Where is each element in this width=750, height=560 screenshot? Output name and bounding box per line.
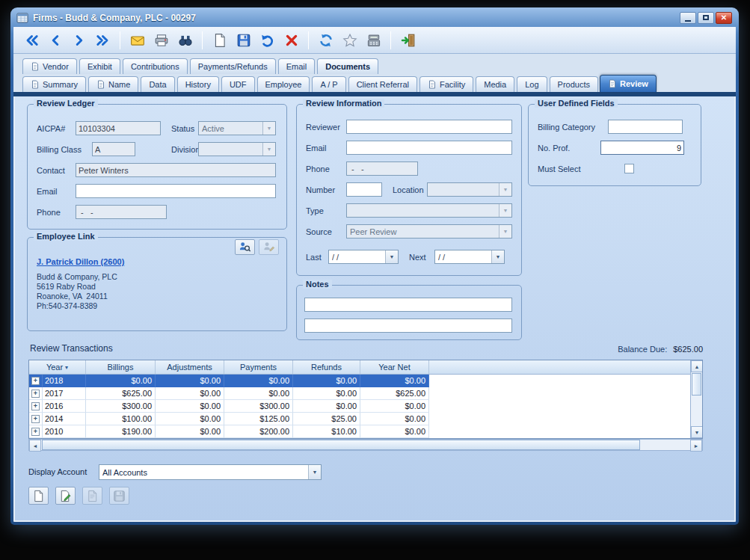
delete-button[interactable] bbox=[280, 29, 303, 51]
hscroll-thumb[interactable] bbox=[42, 440, 640, 450]
table-row-2014[interactable]: +2014$100.00$0.00$125.00$25.00$0.00 bbox=[29, 413, 429, 425]
employee-search-button[interactable] bbox=[235, 239, 255, 255]
table-row-2010[interactable]: +2010$190.00$0.00$200.00$10.00$0.00 bbox=[29, 425, 429, 438]
tab-history[interactable]: History bbox=[177, 76, 219, 92]
undo-button[interactable] bbox=[256, 29, 279, 51]
favorites-button[interactable] bbox=[338, 29, 361, 51]
grid-header-year[interactable]: Year▾ bbox=[29, 360, 86, 374]
nav-next-button[interactable] bbox=[67, 29, 90, 51]
vscroll-thumb[interactable] bbox=[692, 373, 701, 396]
exit-button[interactable] bbox=[396, 29, 419, 51]
find-button[interactable] bbox=[173, 29, 197, 51]
email-button[interactable] bbox=[126, 29, 149, 51]
tab-summary[interactable]: Summary bbox=[22, 76, 86, 92]
tab-data[interactable]: Data bbox=[141, 76, 174, 92]
grid-header-year-net[interactable]: Year Net bbox=[360, 360, 429, 374]
save-transaction-button[interactable] bbox=[109, 487, 129, 505]
info-phone-input[interactable] bbox=[346, 161, 418, 176]
ledger-phone-input[interactable] bbox=[76, 205, 167, 219]
vscroll-track[interactable] bbox=[691, 372, 702, 426]
tab-a-p[interactable]: A / P bbox=[312, 76, 345, 92]
close-button[interactable]: ✕ bbox=[716, 12, 732, 24]
print-button[interactable] bbox=[150, 29, 173, 51]
tab-udf[interactable]: UDF bbox=[221, 76, 255, 92]
row-expander[interactable]: + bbox=[29, 413, 43, 425]
row-expander[interactable]: + bbox=[29, 375, 43, 387]
row-expander[interactable]: + bbox=[29, 400, 43, 413]
last-label: Last bbox=[306, 253, 322, 262]
tab-log[interactable]: Log bbox=[517, 76, 547, 92]
table-row-2016[interactable]: +2016$300.00$0.00$300.00$0.00$0.00 bbox=[29, 400, 429, 413]
grid-header-payments[interactable]: Payments bbox=[224, 360, 293, 374]
source-value: Peer Review bbox=[350, 227, 499, 236]
contact-input[interactable] bbox=[76, 163, 276, 177]
info-email-label: Email bbox=[306, 144, 327, 153]
tab-documents[interactable]: Documents bbox=[317, 58, 378, 74]
tab-employee[interactable]: Employee bbox=[257, 76, 310, 92]
cell-year: 2010 bbox=[43, 425, 86, 438]
chevron-down-icon: ▼ bbox=[385, 250, 398, 263]
ledger-email-input[interactable] bbox=[76, 184, 276, 198]
notes-line1-input[interactable] bbox=[304, 298, 512, 312]
grid-header-adjustments[interactable]: Adjustments bbox=[156, 360, 224, 374]
column-header-label: Year Net bbox=[378, 363, 410, 372]
type-dropdown[interactable]: ▼ bbox=[346, 203, 512, 218]
grid-body: +2018$0.00$0.00$0.00$0.00$0.00+2017$625.… bbox=[29, 375, 690, 438]
tab-products[interactable]: Products bbox=[550, 76, 598, 92]
nav-previous-button[interactable] bbox=[43, 29, 67, 51]
maximize-button[interactable] bbox=[698, 12, 714, 24]
reviewer-input[interactable] bbox=[346, 120, 512, 134]
source-dropdown[interactable]: Peer Review ▼ bbox=[346, 224, 512, 239]
last-date-picker[interactable]: / / ▼ bbox=[328, 250, 399, 264]
horizontal-scrollbar[interactable]: ◄ ► bbox=[28, 439, 703, 451]
info-email-input[interactable] bbox=[346, 141, 512, 155]
tab-media[interactable]: Media bbox=[476, 76, 514, 92]
display-account-dropdown[interactable]: All Accounts ▼ bbox=[99, 464, 322, 480]
employee-edit-button[interactable] bbox=[259, 239, 279, 255]
grid-header-refunds[interactable]: Refunds bbox=[293, 360, 360, 374]
tab-client-referral[interactable]: Client Referral bbox=[348, 76, 417, 92]
tab-name[interactable]: Name bbox=[88, 76, 138, 92]
display-account-value: All Accounts bbox=[102, 468, 308, 477]
nav-last-button[interactable] bbox=[91, 29, 114, 51]
scroll-down-button[interactable]: ▼ bbox=[691, 426, 703, 438]
scroll-right-button[interactable]: ► bbox=[690, 440, 702, 452]
tab-contributions[interactable]: Contributions bbox=[123, 58, 188, 74]
no-prof-input[interactable] bbox=[600, 141, 684, 155]
billing-class-input[interactable] bbox=[92, 142, 135, 156]
new-transaction-button[interactable] bbox=[28, 487, 49, 505]
save-button[interactable] bbox=[232, 29, 255, 51]
next-date-picker[interactable]: / / ▼ bbox=[434, 250, 505, 264]
edit-transaction-button[interactable] bbox=[55, 487, 76, 505]
row-expander[interactable]: + bbox=[29, 425, 43, 438]
nav-first-button[interactable] bbox=[19, 29, 43, 51]
grid-header-billings[interactable]: Billings bbox=[86, 360, 156, 374]
division-dropdown[interactable]: ▼ bbox=[198, 142, 276, 156]
tab-facility[interactable]: Facility bbox=[419, 76, 473, 92]
hscroll-track[interactable] bbox=[41, 440, 690, 450]
employee-link[interactable]: J. Patrick Dillon (2600) bbox=[37, 257, 124, 266]
scroll-up-button[interactable]: ▲ bbox=[691, 360, 703, 372]
must-select-checkbox[interactable] bbox=[624, 164, 634, 173]
view-transaction-button[interactable] bbox=[82, 487, 102, 505]
table-row-2017[interactable]: +2017$625.00$0.00$0.00$0.00$625.00 bbox=[29, 387, 429, 400]
tab-review[interactable]: Review bbox=[600, 75, 657, 92]
new-record-button[interactable] bbox=[208, 29, 231, 51]
row-expander[interactable]: + bbox=[29, 387, 43, 400]
location-dropdown[interactable]: ▼ bbox=[427, 182, 512, 197]
notes-line2-input[interactable] bbox=[304, 319, 512, 333]
number-input[interactable] bbox=[346, 182, 382, 197]
aicpa-input[interactable] bbox=[76, 121, 161, 135]
tab-vendor[interactable]: Vendor bbox=[22, 58, 77, 74]
refresh-button[interactable] bbox=[314, 29, 337, 51]
tab-payments-refunds[interactable]: Payments/Refunds bbox=[190, 58, 276, 74]
billing-category-input[interactable] bbox=[608, 120, 683, 134]
tab-exhibit[interactable]: Exhibit bbox=[79, 58, 120, 74]
vertical-scrollbar[interactable]: ▲ ▼ bbox=[690, 360, 702, 438]
tab-email[interactable]: Email bbox=[278, 58, 316, 74]
status-dropdown[interactable]: Active ▼ bbox=[198, 121, 276, 135]
minimize-button[interactable] bbox=[680, 12, 696, 24]
register-button[interactable] bbox=[362, 29, 385, 51]
scroll-left-button[interactable]: ◄ bbox=[29, 440, 41, 452]
table-row-2018[interactable]: +2018$0.00$0.00$0.00$0.00$0.00 bbox=[29, 375, 429, 387]
